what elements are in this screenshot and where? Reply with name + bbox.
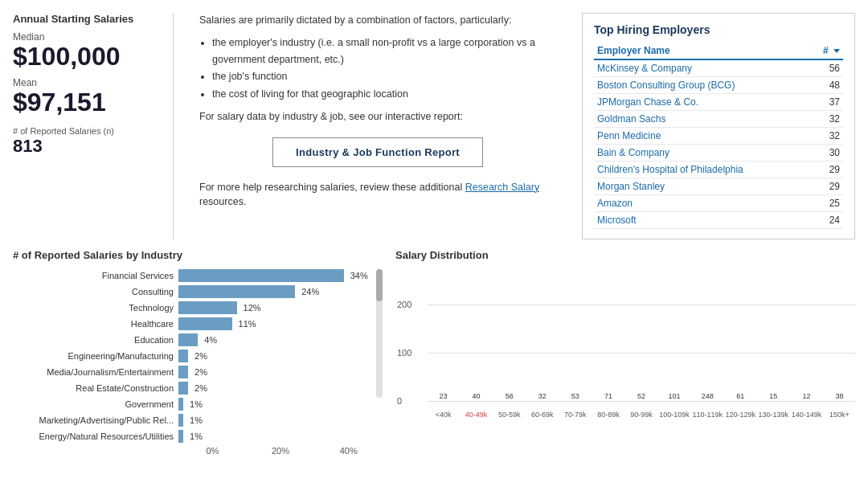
dist-bar-col: 56 <box>493 392 525 401</box>
industry-scrollbar-thumb[interactable] <box>376 269 383 301</box>
industry-bar-pct: 12% <box>244 303 261 313</box>
industry-bar-pct: 1% <box>190 431 203 441</box>
bullet-item: the employer's industry (i.e. a small no… <box>212 35 556 69</box>
table-row: McKinsey & Company56 <box>594 59 843 77</box>
industry-bar-row: Consulting24% <box>13 285 373 298</box>
industry-bar-label: Education <box>13 335 174 345</box>
y-axis-label: 100 <box>397 348 428 358</box>
industry-bar-row: Government1% <box>13 398 373 411</box>
median-value: $100,000 <box>13 43 160 71</box>
employer-count-cell: 32 <box>811 111 843 128</box>
col-employer-name[interactable]: Employer Name <box>594 43 811 59</box>
industry-bar-pct: 1% <box>190 399 203 409</box>
employers-panel: Top Hiring Employers Employer Name # McK… <box>582 13 855 239</box>
reported-label: # of Reported Salaries (n) <box>13 126 160 136</box>
industry-bar-label: Healthcare <box>13 319 174 329</box>
description-panel: Salaries are primarily dictated by a com… <box>186 13 569 239</box>
industry-bar-label: Real Estate/Construction <box>13 383 174 393</box>
industry-bar-track: 24% <box>178 285 373 298</box>
salary-dist-title: Salary Distribution <box>395 249 855 261</box>
employer-name-cell: Boston Consulting Group (BCG) <box>594 77 811 94</box>
dist-x-label: 130-139k <box>758 411 789 419</box>
industry-bar-row: Media/Journalism/Entertainment2% <box>13 366 373 378</box>
industry-bar-track: 11% <box>178 317 373 330</box>
industry-bar-row: Financial Services34% <box>13 269 373 282</box>
y-axis-label: 200 <box>397 300 428 309</box>
dist-x-label: 70-79k <box>559 411 591 419</box>
bullet-item: the cost of living for that geographic l… <box>212 86 556 103</box>
industry-bar-row: Healthcare11% <box>13 317 373 330</box>
dist-bar-value-label: 61 <box>736 392 744 400</box>
industry-bar-label: Government <box>13 399 174 409</box>
salaries-title: Annual Starting Salaries <box>13 13 160 25</box>
industry-bar-track: 34% <box>178 269 373 282</box>
dist-bar-col: 40 <box>461 392 492 401</box>
x-axis-label: 0% <box>178 446 247 456</box>
table-row: Morgan Stanley29 <box>594 178 843 195</box>
industry-bar-fill <box>178 382 188 395</box>
report-button[interactable]: Industry & Job Function Report <box>272 137 483 167</box>
industry-bar-fill <box>178 430 183 443</box>
x-axis-label: 40% <box>314 446 383 456</box>
industry-bar-pct: 4% <box>204 335 217 345</box>
dist-bar-value-label: 71 <box>604 392 612 400</box>
x-axis-labels: 0%20%40% <box>178 446 383 456</box>
industry-scrollbar[interactable] <box>376 269 383 398</box>
bottom-section: # of Reported Salaries by Industry Finan… <box>13 249 855 490</box>
employer-count-cell: 56 <box>811 59 843 77</box>
table-row: Boston Consulting Group (BCG)48 <box>594 77 843 94</box>
dist-bar-value-label: 101 <box>669 392 681 400</box>
industry-bar-pct: 11% <box>239 319 256 329</box>
dist-x-label: 90-99k <box>625 411 657 419</box>
dist-bar-col: 101 <box>659 392 690 401</box>
employer-name-cell: McKinsey & Company <box>594 59 811 77</box>
dist-bar-value-label: 56 <box>506 392 514 400</box>
intro-text: Salaries are primarily dictated by a com… <box>199 13 556 28</box>
research-salary-link[interactable]: Research Salary <box>465 182 539 193</box>
industry-bar-fill <box>178 398 183 411</box>
col-count[interactable]: # <box>811 43 843 59</box>
dist-chart-area: 0100200 2340563253715210124861151238 <40… <box>395 266 855 419</box>
industry-bar-label: Consulting <box>13 287 174 296</box>
industry-bar-track: 2% <box>178 366 373 378</box>
industry-chart-title: # of Reported Salaries by Industry <box>13 249 383 261</box>
dist-bar-col: 38 <box>824 392 855 401</box>
employer-count-cell: 29 <box>811 162 843 178</box>
employers-title: Top Hiring Employers <box>594 23 843 36</box>
employer-count-cell: 25 <box>811 195 843 212</box>
industry-bar-fill <box>178 301 237 314</box>
table-row: Penn Medicine32 <box>594 128 843 145</box>
dist-bar-col: 52 <box>625 392 657 401</box>
industry-bar-pct: 2% <box>194 367 207 377</box>
industry-bar-fill <box>178 317 232 330</box>
dist-bar-value-label: 53 <box>571 392 579 400</box>
dist-x-label: 50-59k <box>493 411 525 419</box>
table-row: Bain & Company30 <box>594 145 843 162</box>
bullet-list: the employer's industry (i.e. a small no… <box>212 35 556 103</box>
bullet-item: the job's function <box>212 68 556 85</box>
employer-name-cell: JPMorgan Chase & Co. <box>594 94 811 111</box>
reported-value: 813 <box>13 136 160 157</box>
industry-bar-track: 1% <box>178 430 373 443</box>
employer-name-cell: Amazon <box>594 195 811 212</box>
industry-bar-track: 4% <box>178 333 373 346</box>
industry-bar-pct: 2% <box>194 351 207 361</box>
table-row: Microsoft24 <box>594 212 843 229</box>
mean-value: $97,151 <box>13 88 160 117</box>
dist-bar-value-label: 23 <box>440 392 448 400</box>
employer-count-cell: 29 <box>811 178 843 195</box>
industry-bar-fill <box>178 414 183 427</box>
dist-bar-value-label: 38 <box>835 392 843 400</box>
industry-bar-label: Engineering/Manufacturing <box>13 351 174 361</box>
dist-bar-col: 53 <box>559 392 591 401</box>
dist-x-label: 120-129k <box>725 411 756 419</box>
y-axis-label: 0 <box>397 396 428 406</box>
dist-bar-col: 15 <box>758 392 789 401</box>
help-text: For more help researching salaries, revi… <box>199 180 556 211</box>
median-label: Median <box>13 31 160 43</box>
employer-name-cell: Microsoft <box>594 212 811 229</box>
employer-count-cell: 48 <box>811 77 843 94</box>
industry-bar-row: Education4% <box>13 333 373 346</box>
industry-bar-label: Technology <box>13 303 174 313</box>
industry-bar-row: Real Estate/Construction2% <box>13 382 373 395</box>
